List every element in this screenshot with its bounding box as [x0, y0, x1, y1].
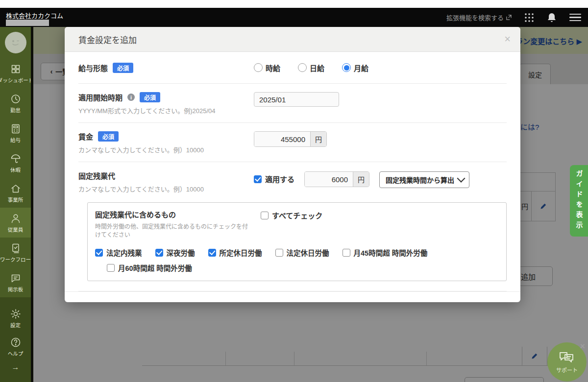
wage-unit: 円 — [310, 132, 326, 146]
sidebar-label: 設定 — [10, 321, 21, 329]
radio-daily[interactable]: 日給 — [298, 63, 324, 73]
browser-top-margin — [0, 0, 588, 8]
show-guide-tab[interactable]: ガイドを表示 — [570, 165, 588, 237]
support-close-icon[interactable]: × — [580, 341, 585, 352]
sidebar-item-board[interactable]: 掲示板 — [0, 267, 31, 297]
fixed-overtime-left: 固定残業代 カンマなしで入力してください。例）10000 — [78, 170, 254, 193]
workflow-doc-icon — [10, 242, 22, 254]
start-period-help: YYYY/MM形式で入力してください。例)2025/04 — [78, 106, 254, 115]
calculator-icon — [10, 123, 22, 135]
checkbox-over-45h[interactable]: 月45時間超 時間外労働 — [343, 247, 428, 258]
checkbox-label: 所定休日労働 — [220, 247, 262, 258]
app-grid-icon[interactable] — [524, 13, 534, 23]
wage-input-group: 円 — [254, 131, 327, 147]
notification-bell-icon[interactable] — [547, 12, 557, 23]
modal-body: 給与形態 必須 時給 日給 月給 — [65, 52, 520, 291]
salary-type-label: 給与形態 — [78, 63, 108, 73]
sidebar-item-employees[interactable]: 従業員 — [0, 208, 31, 238]
start-period-control — [254, 92, 507, 115]
radio-monthly[interactable]: 月給 — [342, 63, 368, 73]
fixed-overtime-section: 固定残業代 カンマなしで入力してください。例）10000 適用する 円 — [78, 162, 507, 291]
calc-method-value: 固定残業時間から算出 — [386, 175, 454, 185]
checkbox-box — [107, 264, 115, 272]
includes-checkbox-line-1: 法定内残業 深夜労働 所定休日労働 法定休日労働 — [95, 247, 499, 258]
sidebar-item-leave[interactable]: 休暇 — [0, 148, 31, 178]
sidebar-item-payroll[interactable]: 給与 — [0, 118, 31, 148]
sidebar-item-dashboard[interactable]: ダッシュボード — [0, 58, 31, 88]
calc-method-select[interactable]: 固定残業時間から算出 — [379, 171, 469, 188]
includes-box-help: 時間外労働の他、固定残業代に含めるものにチェックを付けてください — [95, 222, 252, 239]
radio-label: 月給 — [354, 63, 368, 73]
sidebar-label: ダッシュボード — [0, 76, 33, 84]
salary-type-left: 給与形態 必須 — [78, 63, 254, 73]
wage-help: カンマなしで入力してください。例）10000 — [78, 145, 254, 154]
wage-label: 賃金 — [78, 131, 93, 142]
wage-control: 円 — [254, 131, 507, 154]
radio-hourly[interactable]: 時給 — [254, 63, 280, 73]
wage-row: 賃金 必須 カンマなしで入力してください。例）10000 円 — [78, 123, 507, 162]
support-chat-icon — [559, 350, 575, 365]
checkbox-over-60h[interactable]: 月60時間超 時間外労働 — [107, 263, 192, 273]
fixed-overtime-label: 固定残業代 — [78, 170, 115, 181]
includes-box-left: 固定残業代に含めるもの 時間外労働の他、固定残業代に含めるものにチェックを付けて… — [95, 209, 252, 239]
check-all-checkbox[interactable]: すべてチェック — [261, 210, 322, 220]
checkbox-legal-overtime[interactable]: 法定内残業 — [95, 247, 142, 258]
office-home-icon — [10, 183, 22, 194]
radio-circle — [298, 63, 307, 72]
chevron-down-icon — [457, 174, 466, 183]
checkbox-label: 月45時間超 時間外労働 — [354, 247, 428, 258]
sidebar-item-office[interactable]: 事業所 — [0, 178, 31, 208]
support-widget: サポート × — [547, 342, 588, 382]
checkbox-label: 月60時間超 時間外労働 — [118, 263, 192, 273]
topbar-actions: 拡張機能を検索する — [446, 8, 581, 27]
start-period-label: 適用開始時期 — [78, 92, 122, 102]
sidebar-item-help[interactable]: ヘルプ — [0, 333, 31, 361]
checkbox-scheduled-holiday[interactable]: 所定休日労働 — [208, 247, 262, 258]
info-icon[interactable]: i — [127, 94, 135, 101]
checkbox-night-work[interactable]: 深夜労働 — [155, 247, 195, 258]
company-name: 株式会社カカクコム — [6, 11, 63, 20]
checkbox-box — [155, 249, 163, 257]
apply-checkbox[interactable]: 適用する — [254, 174, 294, 184]
gear-icon — [10, 308, 22, 320]
avatar-face-icon — [8, 35, 23, 50]
sidebar-label: 事業所 — [8, 196, 24, 203]
checkbox-box — [95, 249, 103, 257]
includes-box-header: 固定残業代に含めるもの 時間外労働の他、固定残業代に含めるものにチェックを付けて… — [95, 209, 499, 239]
start-period-left: 適用開始時期 i 必須 YYYY/MM形式で入力してください。例)2025/04 — [78, 92, 254, 115]
salary-type-options: 時給 日給 月給 — [254, 63, 507, 73]
sidebar-label: ヘルプ — [8, 350, 24, 357]
support-label: サポート — [556, 366, 578, 374]
fixed-overtime-input[interactable] — [305, 172, 353, 187]
employee-person-icon — [10, 213, 22, 224]
start-period-input[interactable] — [254, 92, 339, 107]
menu-hamburger-icon[interactable] — [569, 14, 581, 22]
sidebar-item-workflow[interactable]: ワークフロー — [0, 238, 31, 267]
radio-circle — [254, 63, 263, 72]
fixed-overtime-row: 固定残業代 カンマなしで入力してください。例）10000 適用する 円 — [78, 162, 507, 193]
sidebar-items: ダッシュボード 勤怠 給与 休暇 事業所 従業員 — [0, 58, 31, 297]
external-link-icon — [506, 15, 512, 20]
sidebar-item-settings[interactable]: 設定 — [0, 304, 31, 333]
radio-circle — [342, 63, 351, 72]
sidebar-label: 給与 — [10, 136, 21, 143]
checkbox-legal-holiday[interactable]: 法定休日労働 — [275, 247, 329, 258]
required-badge: 必須 — [113, 63, 133, 73]
sidebar-collapse-arrow[interactable]: → — [0, 363, 31, 372]
start-period-row: 適用開始時期 i 必須 YYYY/MM形式で入力してください。例)2025/04 — [78, 84, 507, 123]
sidebar-label: 勤怠 — [10, 106, 21, 114]
sidebar-label: ワークフロー — [0, 256, 31, 263]
extension-search-link[interactable]: 拡張機能を検索する — [446, 13, 512, 22]
extension-search-label: 拡張機能を検索する — [446, 13, 504, 22]
avatar[interactable] — [5, 32, 26, 53]
clock-icon — [10, 93, 22, 105]
wage-input[interactable] — [254, 132, 310, 146]
modal-footer: キャンセル 追加 — [65, 291, 520, 302]
includes-box-title: 固定残業代に含めるもの — [95, 209, 252, 219]
sidebar-item-attendance[interactable]: 勤怠 — [0, 88, 31, 118]
wage-left: 賃金 必須 カンマなしで入力してください。例）10000 — [78, 131, 254, 154]
checkbox-box — [254, 175, 262, 183]
radio-label: 時給 — [266, 63, 280, 73]
modal-close-icon[interactable]: × — [504, 34, 511, 45]
dashboard-icon — [10, 63, 22, 75]
